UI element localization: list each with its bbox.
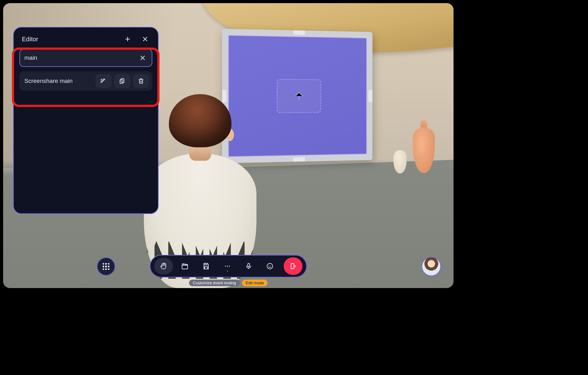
board-surface[interactable] xyxy=(228,35,367,157)
svg-point-4 xyxy=(227,266,228,266)
editor-item-duplicate-button[interactable] xyxy=(114,74,130,88)
editor-item-rename-button[interactable] xyxy=(95,74,112,88)
toolbar-clapper-button[interactable] xyxy=(175,258,194,274)
close-icon xyxy=(142,36,149,43)
scene-viewport: Editor Screenshare main xyxy=(3,3,454,288)
editor-add-button[interactable] xyxy=(123,34,132,44)
toolbar-hand-button[interactable] xyxy=(154,258,173,274)
editor-search-input[interactable] xyxy=(24,54,135,61)
board-frame xyxy=(222,29,373,163)
close-icon xyxy=(139,54,146,61)
clapperboard-icon xyxy=(181,262,189,270)
editor-item-delete-button[interactable] xyxy=(133,74,149,88)
svg-point-9 xyxy=(271,265,271,266)
rename-icon xyxy=(100,78,107,84)
toolbar-mic-button[interactable] xyxy=(239,258,258,274)
toolbar-more-button[interactable]: ⌃ xyxy=(218,258,237,274)
toolbar-leave-button[interactable] xyxy=(284,257,302,275)
trash-icon xyxy=(138,78,144,84)
svg-point-5 xyxy=(229,266,230,266)
svg-point-8 xyxy=(269,265,269,266)
profile-avatar-button[interactable] xyxy=(422,257,441,276)
resize-handle-left[interactable] xyxy=(222,90,226,102)
upload-arrow-icon xyxy=(293,90,305,102)
svg-rect-0 xyxy=(121,79,124,83)
resize-handle-bottom[interactable] xyxy=(293,157,305,162)
editor-list-item[interactable]: Screenshare main xyxy=(19,71,152,91)
svg-rect-6 xyxy=(248,263,250,267)
avatar-neck xyxy=(189,144,211,161)
more-icon xyxy=(224,262,231,270)
editor-title: Editor xyxy=(22,36,38,43)
editor-item-label: Screenshare main xyxy=(24,78,93,84)
editor-search-row xyxy=(19,49,152,67)
status-bar: Customize event testing Edit mode xyxy=(189,280,267,286)
svg-point-3 xyxy=(225,266,226,266)
smile-icon xyxy=(266,262,274,270)
bottom-toolbar: ⌃ xyxy=(150,255,307,277)
toolbar-save-button[interactable] xyxy=(197,258,215,274)
editor-header: Editor xyxy=(19,33,152,48)
plus-icon xyxy=(124,36,131,43)
editor-panel: Editor Screenshare main xyxy=(13,27,159,214)
grid-icon xyxy=(103,263,109,270)
board-upload-dropzone[interactable] xyxy=(277,79,321,113)
microphone-icon xyxy=(245,262,252,270)
svg-point-7 xyxy=(267,263,273,269)
save-icon xyxy=(202,262,210,270)
svg-rect-10 xyxy=(291,264,294,269)
svg-rect-2 xyxy=(182,265,188,269)
editor-search-clear-button[interactable] xyxy=(138,53,147,63)
copy-icon xyxy=(119,78,126,84)
editor-close-button[interactable] xyxy=(140,34,150,44)
resize-handle-right[interactable] xyxy=(368,90,373,102)
svg-rect-1 xyxy=(120,79,123,84)
hand-raise-icon xyxy=(160,262,167,270)
chevron-up-icon: ⌃ xyxy=(226,270,229,274)
svg-point-11 xyxy=(293,266,293,266)
resize-handle-top[interactable] xyxy=(293,30,305,35)
toolbar-reactions-button[interactable] xyxy=(261,258,279,274)
status-pill-mode: Edit mode xyxy=(242,280,268,286)
screenshare-board[interactable] xyxy=(222,29,373,163)
leave-door-icon xyxy=(290,263,297,270)
status-pill-context: Customize event testing xyxy=(189,280,240,286)
sidebar-grid-button[interactable] xyxy=(97,257,115,276)
